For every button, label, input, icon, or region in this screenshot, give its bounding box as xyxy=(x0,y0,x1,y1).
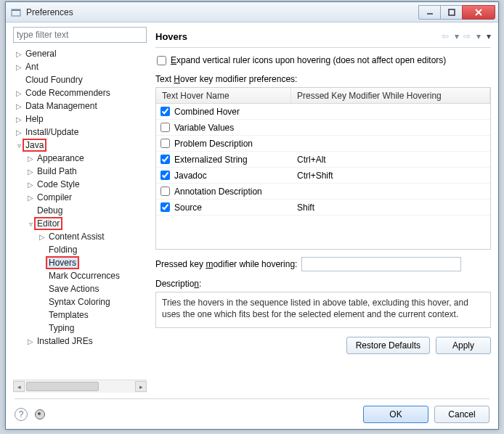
hover-enable-checkbox[interactable] xyxy=(160,139,170,148)
table-caption: Text Hover key modifier preferences: xyxy=(155,74,491,84)
tree-item[interactable]: ▿Editor xyxy=(13,217,147,230)
hover-enable-checkbox[interactable] xyxy=(160,155,170,164)
expand-icons-checkbox[interactable] xyxy=(157,56,166,65)
tree-twisty-icon[interactable]: ▷ xyxy=(26,337,35,345)
tree-twisty-icon[interactable]: ▷ xyxy=(15,63,23,71)
table-row[interactable]: JavadocCtrl+Shift xyxy=(156,168,490,184)
hover-enable-checkbox[interactable] xyxy=(160,171,170,180)
table-row[interactable]: SourceShift xyxy=(156,200,490,216)
tree-item[interactable]: Save Actions xyxy=(13,282,147,295)
apply-button[interactable]: Apply xyxy=(436,337,491,354)
tree-twisty-icon[interactable]: ▷ xyxy=(38,233,46,241)
tree-item-label: Installed JREs xyxy=(36,336,94,346)
tree-item[interactable]: ▷Data Management xyxy=(13,99,147,112)
tree-item[interactable]: ▷Code Recommenders xyxy=(13,86,147,99)
tree-item[interactable]: ▷Appearance xyxy=(13,152,147,165)
ok-button[interactable]: OK xyxy=(363,406,428,423)
tree-item[interactable]: ▷General xyxy=(13,47,147,60)
tree-item[interactable]: Mark Occurrences xyxy=(13,269,147,282)
table-row[interactable]: Combined Hover xyxy=(156,104,490,120)
tree-twisty-icon[interactable]: ▷ xyxy=(15,89,23,97)
tree-item[interactable]: ▷Build Path xyxy=(13,165,147,178)
titlebar[interactable]: Preferences xyxy=(6,2,498,22)
tree-item-label: Debug xyxy=(36,205,64,216)
tree-twisty-icon[interactable]: ▷ xyxy=(15,102,23,110)
expand-icons-label: Expand vertical ruler icons upon hoverin… xyxy=(171,55,446,65)
tree-item[interactable]: Cloud Foundry xyxy=(13,73,147,86)
preferences-window: Preferences ▷General▷AntCloud Foundry▷Co… xyxy=(5,1,499,430)
table-row[interactable]: Variable Values xyxy=(156,120,490,136)
tree-item[interactable]: ▷Installed JREs xyxy=(13,335,147,348)
tree-twisty-icon[interactable]: ▿ xyxy=(15,142,23,150)
table-row[interactable]: Annotation Description xyxy=(156,184,490,200)
hover-enable-checkbox[interactable] xyxy=(160,123,170,132)
preferences-tree[interactable]: ▷General▷AntCloud Foundry▷Code Recommend… xyxy=(13,46,147,380)
tree-item-label: Install/Update xyxy=(24,127,80,137)
table-row[interactable]: Problem Description xyxy=(156,136,490,152)
nav-arrows: ⇦▾ ⇨▾ ▾ xyxy=(442,31,491,41)
tree-item[interactable]: Typing xyxy=(13,322,147,335)
tree-item-label: Help xyxy=(24,114,45,124)
tree-item[interactable]: ▷Content Assist xyxy=(13,230,147,243)
close-button[interactable] xyxy=(462,5,495,20)
tree-item[interactable]: Debug xyxy=(13,204,147,217)
tree-twisty-icon[interactable]: ▷ xyxy=(15,115,23,123)
tree-item[interactable]: ▷Ant xyxy=(13,60,147,73)
header-separator xyxy=(155,47,491,48)
tree-item-label: Build Path xyxy=(36,166,78,176)
horizontal-scrollbar[interactable]: ◂ ▸ xyxy=(13,380,147,393)
tree-item[interactable]: ▷Code Style xyxy=(13,178,147,191)
hover-enable-checkbox[interactable] xyxy=(160,187,170,196)
tree-twisty-icon[interactable]: ▷ xyxy=(15,50,23,58)
tree-item-label: General xyxy=(24,49,58,59)
tree-item-label: Hovers xyxy=(47,258,78,268)
tree-twisty-icon[interactable]: ▷ xyxy=(26,194,35,202)
tree-twisty-icon[interactable]: ▷ xyxy=(15,128,23,136)
tree-item-label: Code Recommenders xyxy=(24,88,112,98)
column-name[interactable]: Text Hover Name xyxy=(156,88,291,103)
tree-item-label: Appearance xyxy=(36,153,86,163)
tree-twisty-icon[interactable]: ▷ xyxy=(26,168,35,176)
back-menu-icon[interactable]: ▾ xyxy=(455,31,459,41)
hover-modifier-cell: Shift xyxy=(291,202,490,213)
tree-item[interactable]: ▷Help xyxy=(13,112,147,126)
tree-twisty-icon[interactable]: ▷ xyxy=(26,181,35,189)
column-modifier[interactable]: Pressed Key Modifier While Hovering xyxy=(291,88,490,103)
back-icon[interactable]: ⇦ xyxy=(442,31,449,41)
help-icon[interactable]: ? xyxy=(15,408,28,421)
tree-twisty-icon[interactable]: ▿ xyxy=(26,220,35,228)
tree-item[interactable]: Syntax Coloring xyxy=(13,295,147,308)
pressed-modifier-input[interactable] xyxy=(301,257,461,271)
import-export-icon[interactable] xyxy=(35,409,45,419)
tree-item[interactable]: Hovers xyxy=(13,256,147,269)
cancel-button[interactable]: Cancel xyxy=(434,406,489,423)
description-box: Tries the hovers in the sequence listed … xyxy=(155,292,491,328)
tree-item[interactable]: ▿Java xyxy=(13,139,147,152)
minimize-button[interactable] xyxy=(418,5,440,20)
tree-item[interactable]: Folding xyxy=(13,243,147,256)
tree-item-label: Ant xyxy=(24,62,40,72)
page-menu-icon[interactable]: ▾ xyxy=(487,31,491,41)
table-header: Text Hover Name Pressed Key Modifier Whi… xyxy=(156,88,490,104)
filter-input[interactable] xyxy=(13,27,147,43)
expand-icons-checkbox-row[interactable]: Expand vertical ruler icons upon hoverin… xyxy=(155,55,491,65)
forward-menu-icon[interactable]: ▾ xyxy=(476,31,481,41)
scroll-thumb[interactable] xyxy=(26,382,99,391)
tree-item[interactable]: Templates xyxy=(13,308,147,322)
tree-twisty-icon[interactable]: ▷ xyxy=(26,155,35,163)
table-row[interactable]: Externalized StringCtrl+Alt xyxy=(156,152,490,168)
window-title: Preferences xyxy=(26,7,418,17)
forward-icon[interactable]: ⇨ xyxy=(463,31,471,41)
tree-item-label: Typing xyxy=(47,323,76,333)
restore-defaults-button[interactable]: Restore Defaults xyxy=(346,337,430,354)
scroll-right-icon[interactable]: ▸ xyxy=(135,381,147,392)
tree-item[interactable]: ▷Compiler xyxy=(13,191,147,204)
tree-item-label: Data Management xyxy=(24,101,99,111)
maximize-button[interactable] xyxy=(440,5,462,20)
hovers-table[interactable]: Text Hover Name Pressed Key Modifier Whi… xyxy=(155,87,491,250)
hover-enable-checkbox[interactable] xyxy=(160,202,170,212)
tree-item[interactable]: ▷Install/Update xyxy=(13,126,147,139)
scroll-left-icon[interactable]: ◂ xyxy=(13,381,25,392)
pane-divider[interactable] xyxy=(150,27,153,393)
hover-enable-checkbox[interactable] xyxy=(160,107,170,116)
